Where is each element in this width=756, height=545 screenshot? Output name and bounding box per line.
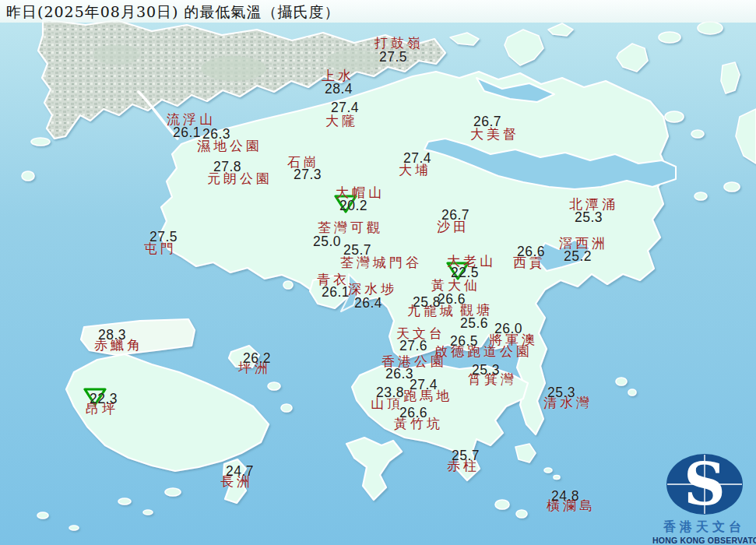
station-value: 20.2 xyxy=(339,199,367,213)
hko-logo-english: HONG KONG OBSERVATORY xyxy=(652,536,756,545)
station-value: 27.8 xyxy=(213,160,241,174)
station-value: 25.6 xyxy=(460,317,488,331)
station-value: 26.6 xyxy=(517,245,545,259)
station-value: 24.8 xyxy=(551,490,579,504)
station-value: 26.6 xyxy=(438,293,466,307)
station-value: 26.5 xyxy=(450,335,478,349)
station-value: 26.1 xyxy=(173,126,201,140)
station-value: 27.4 xyxy=(410,378,438,392)
hko-logo: S 香港天文台 HONG KONG OBSERVATORY xyxy=(652,453,756,545)
station-value: 25.0 xyxy=(313,235,341,249)
station-value: 25.3 xyxy=(547,386,575,400)
station-value: 27.4 xyxy=(403,152,431,166)
hko-logo-icon: S xyxy=(666,453,744,515)
station-value: 26.4 xyxy=(354,297,382,311)
station-value: 28.3 xyxy=(98,329,126,343)
station-value: 26.7 xyxy=(473,115,501,129)
station-value: 26.0 xyxy=(494,322,522,336)
map-title: 昨日(2025年08月30日) 的最低氣溫（攝氏度） xyxy=(6,3,340,21)
station-value: 25.3 xyxy=(472,364,500,378)
station-value: 26.2 xyxy=(243,352,271,366)
station-value: 23.8 xyxy=(376,386,404,400)
station-value: 25.7 xyxy=(452,449,480,463)
hko-min-temp-map: 昨日(2025年08月30日) 的最低氣溫（攝氏度） 27.5打鼓嶺28.4上水… xyxy=(0,0,756,545)
station-name: 荃灣城門谷 xyxy=(340,256,422,270)
station-value: 27.5 xyxy=(149,230,178,244)
station-value: 25.2 xyxy=(564,250,592,264)
station-value: 27.6 xyxy=(399,339,427,353)
hko-logo-chinese: 香港天文台 xyxy=(652,519,756,536)
station-value: 26.3 xyxy=(202,128,230,142)
station-value: 26.7 xyxy=(441,209,469,223)
station-value: 22.3 xyxy=(90,392,118,406)
station-value: 28.4 xyxy=(325,83,353,97)
station-name: 大隴 xyxy=(325,114,358,128)
station-value: 22.5 xyxy=(451,266,479,280)
station-value: 27.3 xyxy=(294,168,322,182)
station-value: 26.6 xyxy=(399,406,427,420)
station-value: 26.1 xyxy=(322,286,350,300)
station-name: 大美督 xyxy=(470,128,519,142)
station-value: 25.7 xyxy=(343,244,371,258)
station-value: 27.4 xyxy=(331,101,359,115)
station-value: 25.3 xyxy=(575,211,603,225)
svg-text:S: S xyxy=(684,453,725,515)
station-value: 25.8 xyxy=(413,296,441,310)
hong-kong-map xyxy=(0,0,756,545)
station-value: 27.5 xyxy=(379,51,407,65)
station-value: 24.7 xyxy=(226,465,254,479)
